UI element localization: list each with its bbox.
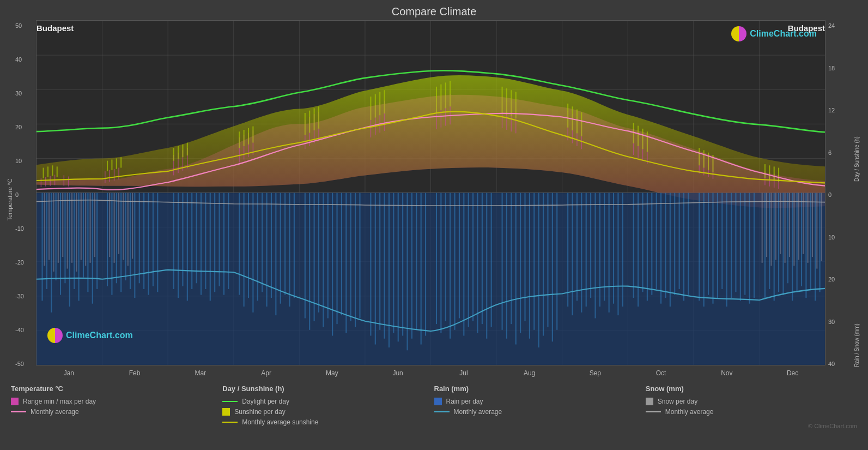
- left-axis-label-container: Temperature °C: [4, 20, 15, 379]
- legend-item-snow-box: Snow per day: [646, 398, 857, 405]
- right-tick-40: 40: [828, 361, 842, 367]
- legend-item-temp-range: Range min / max per day: [11, 398, 222, 405]
- right-tick-24: 24: [828, 23, 842, 29]
- x-tick-dec: Dec: [760, 369, 825, 377]
- legend-title-rain: Rain (mm): [434, 385, 646, 393]
- legend-label-snow-box: Snow per day: [658, 398, 697, 405]
- legend-label-temp-avg: Monthly average: [31, 408, 79, 416]
- copyright: © ClimeChart.com: [646, 423, 857, 429]
- y-tick-30: 30: [15, 91, 34, 97]
- x-tick-sep: Sep: [562, 369, 628, 377]
- right-tick-12: 12: [828, 107, 842, 113]
- legend-area: Temperature °C Range min / max per day M…: [0, 379, 868, 450]
- x-tick-jan: Jan: [36, 369, 102, 377]
- right-tick-10: 10: [828, 235, 842, 241]
- left-axis-label: Temperature °C: [7, 178, 13, 220]
- brand-icon-bottom: [47, 328, 63, 343]
- right-tick-20: 20: [828, 277, 842, 283]
- right-label-sunshine: Day / Sunshine (h): [854, 20, 860, 182]
- x-tick-may: May: [299, 369, 365, 377]
- x-tick-jun: Jun: [365, 369, 431, 377]
- legend-item-daylight: Daylight per day: [222, 398, 434, 405]
- y-tick-20: 20: [15, 124, 34, 130]
- brand-logo-top-right: ClimeChart.com: [731, 26, 817, 41]
- legend-swatch-rain: [434, 398, 442, 405]
- x-tick-oct: Oct: [628, 369, 694, 377]
- legend-label-rain-avg: Monthly average: [454, 408, 502, 416]
- brand-text-top: ClimeChart.com: [750, 29, 817, 39]
- y-tick-n50: -50: [15, 361, 34, 367]
- x-tick-jul: Jul: [431, 369, 497, 377]
- right-tick-0-sun: 0: [828, 192, 842, 198]
- y-tick-n10: -10: [15, 226, 34, 232]
- location-label-left: Budapest: [37, 23, 74, 33]
- x-axis: Jan Feb Mar Apr May Jun Jul Aug Sep Oct …: [36, 365, 825, 379]
- y-tick-n20: -20: [15, 260, 34, 266]
- legend-item-sunshine-box: Sunshine per day: [222, 408, 434, 416]
- legend-section-rain: Rain (mm) Rain per day Monthly average: [434, 385, 646, 429]
- x-tick-feb: Feb: [102, 369, 168, 377]
- y-tick-n40: -40: [15, 327, 34, 333]
- right-axis-labels: Day / Sunshine (h) Rain / Snow (mm): [845, 20, 861, 379]
- plot-area: Budapest Budapest ClimeChart.com ClimeCh…: [36, 20, 825, 365]
- chart-main: Budapest Budapest ClimeChart.com ClimeCh…: [36, 20, 825, 379]
- legend-item-rain-box: Rain per day: [434, 398, 646, 405]
- legend-section-snow: Snow (mm) Snow per day Monthly average ©…: [646, 385, 857, 429]
- legend-swatch-temp-avg: [11, 411, 26, 412]
- legend-swatch-snow-avg: [646, 411, 661, 412]
- right-tick-30: 30: [828, 319, 842, 325]
- legend-swatch-sunshine-avg: [222, 422, 238, 423]
- legend-label-daylight: Daylight per day: [242, 398, 289, 405]
- legend-title-snow: Snow (mm): [646, 385, 857, 393]
- legend-swatch-sunshine: [222, 408, 230, 416]
- legend-title-temp: Temperature °C: [11, 385, 222, 393]
- climate-svg: [37, 21, 825, 365]
- legend-swatch-temp-range: [11, 398, 19, 405]
- legend-label-rain-box: Rain per day: [446, 398, 483, 405]
- legend-row: Temperature °C Range min / max per day M…: [11, 385, 857, 429]
- right-tick-6: 6: [828, 150, 842, 156]
- legend-item-sunshine-avg: Monthly average sunshine: [222, 418, 434, 426]
- brand-logo-bottom-left: ClimeChart.com: [47, 328, 133, 343]
- brand-icon-top: [731, 26, 746, 41]
- legend-section-temp: Temperature °C Range min / max per day M…: [11, 385, 222, 429]
- right-tick-18: 18: [828, 65, 842, 71]
- right-label-rain: Rain / Snow (mm): [854, 206, 860, 367]
- y-tick-n30: -30: [15, 293, 34, 299]
- legend-label-sunshine-box: Sunshine per day: [234, 408, 285, 416]
- right-axis: 24 18 12 6 0 10 20 30 40 Day / Sunshine …: [825, 20, 864, 379]
- chart-title: Compare Climate: [0, 5, 868, 18]
- page-container: Compare Climate Temperature °C 50 40 30 …: [0, 0, 868, 450]
- y-tick-40: 40: [15, 57, 34, 63]
- legend-swatch-daylight: [222, 401, 238, 402]
- legend-swatch-rain-avg: [434, 411, 450, 412]
- y-tick-10: 10: [15, 158, 34, 164]
- legend-label-snow-avg: Monthly average: [665, 408, 714, 416]
- legend-swatch-snow: [646, 398, 653, 405]
- legend-item-temp-avg: Monthly average: [11, 408, 222, 416]
- y-tick-0: 0: [15, 192, 34, 198]
- legend-label-temp-range: Range min / max per day: [23, 398, 96, 405]
- legend-item-rain-avg: Monthly average: [434, 408, 646, 416]
- x-tick-aug: Aug: [496, 369, 562, 377]
- brand-text-bottom: ClimeChart.com: [66, 331, 133, 340]
- legend-item-snow-avg: Monthly average: [646, 408, 857, 416]
- legend-label-sunshine-avg: Monthly average sunshine: [242, 418, 318, 426]
- y-tick-50: 50: [15, 23, 34, 29]
- x-tick-apr: Apr: [233, 369, 299, 377]
- left-y-axis: 50 40 30 20 10 0 -10 -20 -30 -40 -50: [15, 20, 36, 379]
- x-tick-nov: Nov: [694, 369, 760, 377]
- legend-title-sunshine: Day / Sunshine (h): [222, 385, 434, 393]
- legend-section-sunshine: Day / Sunshine (h) Daylight per day Suns…: [222, 385, 434, 429]
- x-tick-mar: Mar: [168, 369, 234, 377]
- right-axis-top: 24 18 12 6 0 10 20 30 40: [825, 20, 845, 379]
